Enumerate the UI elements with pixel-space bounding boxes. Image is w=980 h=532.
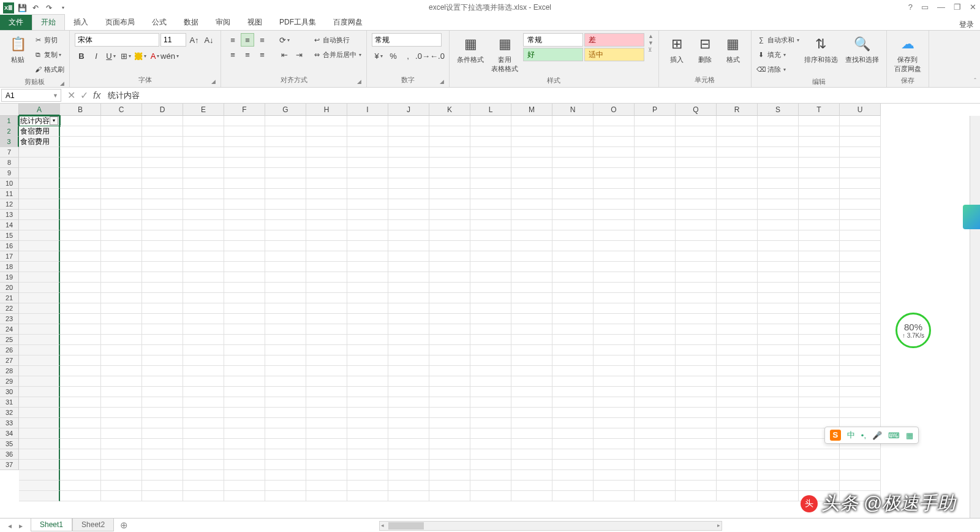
- cell-J15[interactable]: [388, 230, 429, 241]
- cell-T40[interactable]: [799, 491, 840, 501]
- cell-R19[interactable]: [717, 272, 758, 283]
- row-header-29[interactable]: 29: [0, 376, 19, 387]
- cell-P40[interactable]: [635, 491, 676, 501]
- styles-scroll-up-icon[interactable]: ▲: [648, 33, 654, 39]
- cell-P22[interactable]: [635, 303, 676, 314]
- cell-N38[interactable]: [552, 470, 594, 481]
- cell-E7[interactable]: [183, 147, 224, 158]
- font-size-select[interactable]: [160, 33, 186, 47]
- cell-G16[interactable]: [265, 241, 306, 251]
- cell-T16[interactable]: [799, 241, 840, 251]
- cell-Q21[interactable]: [676, 293, 717, 303]
- cell-K18[interactable]: [429, 262, 470, 272]
- cell-P25[interactable]: [635, 335, 676, 345]
- copy-button[interactable]: ⧉复制▾: [33, 48, 64, 61]
- cell-T23[interactable]: [799, 314, 840, 324]
- name-box[interactable]: A1▼: [1, 89, 61, 102]
- styles-scroll-down-icon[interactable]: ▼: [648, 40, 654, 46]
- cell-R27[interactable]: [717, 355, 758, 366]
- cell-J28[interactable]: [388, 366, 429, 376]
- cell-T24[interactable]: [799, 324, 840, 335]
- tab-home[interactable]: 开始: [32, 14, 65, 31]
- cell-T27[interactable]: [799, 355, 840, 366]
- cell-B22[interactable]: [60, 303, 101, 314]
- cell-A35[interactable]: [19, 439, 60, 449]
- cell-U20[interactable]: [840, 283, 881, 293]
- cell-N25[interactable]: [552, 335, 594, 345]
- cell-B2[interactable]: [60, 126, 101, 137]
- align-top-icon[interactable]: ≡: [226, 33, 239, 47]
- cell-F25[interactable]: [224, 335, 265, 345]
- cell-M22[interactable]: [511, 303, 552, 314]
- clipboard-launcher-icon[interactable]: ◢: [60, 80, 64, 86]
- cell-T13[interactable]: [799, 210, 840, 220]
- cell-I1[interactable]: [347, 116, 388, 126]
- cell-H34[interactable]: [306, 428, 347, 439]
- cell-I12[interactable]: [347, 199, 388, 210]
- cell-E13[interactable]: [183, 210, 224, 220]
- cell-C16[interactable]: [101, 241, 142, 251]
- tab-baidu-netdisk[interactable]: 百度网盘: [325, 15, 371, 30]
- cell-H32[interactable]: [306, 408, 347, 418]
- cell-F26[interactable]: [224, 345, 265, 355]
- cell-R21[interactable]: [717, 293, 758, 303]
- cell-F15[interactable]: [224, 230, 265, 241]
- cell-U2[interactable]: [840, 126, 881, 137]
- cell-P32[interactable]: [635, 408, 676, 418]
- cell-R38[interactable]: [717, 470, 758, 481]
- cell-Q31[interactable]: [676, 397, 717, 408]
- cell-M32[interactable]: [511, 408, 552, 418]
- cell-O12[interactable]: [594, 199, 635, 210]
- border-button[interactable]: ⊞: [119, 49, 132, 63]
- cell-M8[interactable]: [511, 158, 552, 168]
- cell-G33[interactable]: [265, 418, 306, 428]
- row-header-7[interactable]: 7: [0, 147, 19, 158]
- cell-U30[interactable]: [840, 387, 881, 397]
- cell-L35[interactable]: [470, 439, 511, 449]
- cell-T29[interactable]: [799, 376, 840, 387]
- cell-N1[interactable]: [552, 116, 594, 126]
- conditional-format-button[interactable]: ▦条件格式: [454, 33, 486, 66]
- cell-P26[interactable]: [635, 345, 676, 355]
- cell-I17[interactable]: [347, 251, 388, 262]
- cell-L34[interactable]: [470, 428, 511, 439]
- cell-P28[interactable]: [635, 366, 676, 376]
- cell-M23[interactable]: [511, 314, 552, 324]
- cell-N17[interactable]: [552, 251, 594, 262]
- col-header-E[interactable]: E: [183, 104, 224, 116]
- cell-M39[interactable]: [511, 481, 552, 491]
- cell-D22[interactable]: [142, 303, 183, 314]
- phonetic-button[interactable]: wén: [163, 49, 176, 63]
- cell-Q40[interactable]: [676, 491, 717, 501]
- cell-G11[interactable]: [265, 189, 306, 199]
- formula-input[interactable]: 统计内容: [100, 90, 980, 101]
- cell-K31[interactable]: [429, 397, 470, 408]
- cell-J14[interactable]: [388, 220, 429, 230]
- cell-P13[interactable]: [635, 210, 676, 220]
- cell-G12[interactable]: [265, 199, 306, 210]
- col-header-A[interactable]: A: [19, 104, 60, 116]
- cell-T11[interactable]: [799, 189, 840, 199]
- qat-customize-icon[interactable]: [56, 2, 69, 14]
- cell-I34[interactable]: [347, 428, 388, 439]
- cell-Q9[interactable]: [676, 168, 717, 178]
- cell-G20[interactable]: [265, 283, 306, 293]
- cell-H10[interactable]: [306, 178, 347, 189]
- cell-M15[interactable]: [511, 230, 552, 241]
- cell-C12[interactable]: [101, 199, 142, 210]
- cell-T15[interactable]: [799, 230, 840, 241]
- cell-S29[interactable]: [758, 376, 799, 387]
- cell-C9[interactable]: [101, 168, 142, 178]
- cell-D23[interactable]: [142, 314, 183, 324]
- cell-F11[interactable]: [224, 189, 265, 199]
- cell-C36[interactable]: [101, 449, 142, 460]
- cell-B16[interactable]: [60, 241, 101, 251]
- cell-A21[interactable]: [19, 293, 60, 303]
- cell-J17[interactable]: [388, 251, 429, 262]
- cell-C17[interactable]: [101, 251, 142, 262]
- cell-E1[interactable]: [183, 116, 224, 126]
- cell-Q25[interactable]: [676, 335, 717, 345]
- cell-A27[interactable]: [19, 355, 60, 366]
- font-color-button[interactable]: A: [148, 49, 162, 63]
- cell-N20[interactable]: [552, 283, 594, 293]
